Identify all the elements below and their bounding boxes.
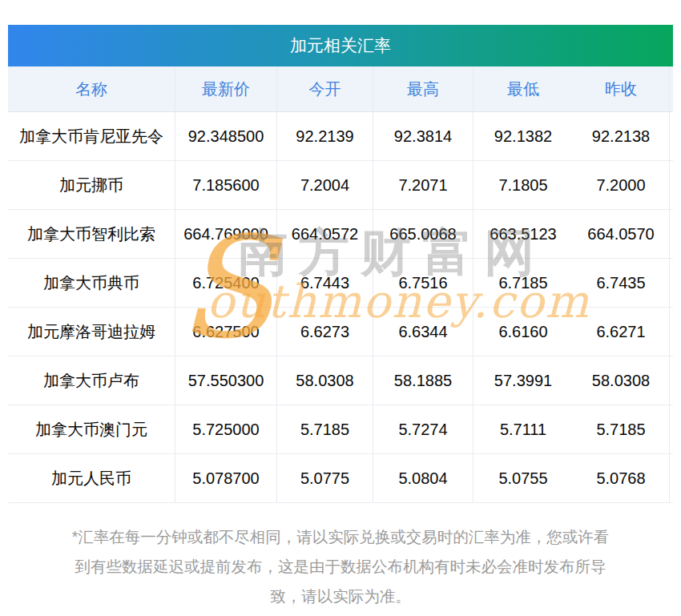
rate-value-cell: 5.7274 xyxy=(373,405,473,453)
table-row: 加拿大币卢布57.55030058.030858.188557.399158.0… xyxy=(8,356,673,405)
disclaimer-line: 致，请以实际为准。 xyxy=(3,582,678,611)
exchange-rate-page: 加元相关汇率 名称最新价今开最高最低昨收 加拿大币肯尼亚先令92.3485009… xyxy=(0,0,681,616)
currency-name-cell: 加元摩洛哥迪拉姆 xyxy=(8,308,175,356)
rate-value-cell: 58.1885 xyxy=(373,356,473,405)
table-body: 加拿大币肯尼亚先令92.34850092.213992.381492.13829… xyxy=(8,112,673,503)
rate-value-cell: 5.725000 xyxy=(175,405,276,453)
column-header-0: 名称 xyxy=(8,66,175,111)
rate-value-cell: 6.7435 xyxy=(573,259,670,307)
rate-value-cell: 57.550300 xyxy=(175,356,276,405)
rate-value-cell: 664.0570 xyxy=(573,210,670,258)
column-header-3: 最高 xyxy=(373,66,473,111)
rate-value-cell: 663.5123 xyxy=(473,210,573,258)
column-header-5: 昨收 xyxy=(573,66,670,111)
table-row: 加拿大币典币6.7254006.74436.75166.71856.7435 xyxy=(8,259,673,308)
rate-value-cell: 6.7516 xyxy=(373,259,473,307)
table-row: 加元挪币7.1856007.20047.20717.18057.2000 xyxy=(8,161,673,210)
rate-value-cell: 7.2004 xyxy=(276,161,373,209)
rate-value-cell: 7.185600 xyxy=(175,161,276,209)
table-row: 加拿大币澳门元5.7250005.71855.72745.71115.7185 xyxy=(8,405,673,454)
currency-name-cell: 加元人民币 xyxy=(8,454,175,502)
rate-value-cell: 6.6271 xyxy=(573,308,670,356)
rate-value-cell: 57.3991 xyxy=(473,356,573,405)
rate-value-cell: 5.7111 xyxy=(473,405,573,453)
disclaimer-text: *汇率在每一分钟或都不尽相同，请以实际兑换或交易时的汇率为准，您或许看到有些数据… xyxy=(0,522,681,611)
rate-value-cell: 92.348500 xyxy=(175,112,276,160)
currency-name-cell: 加元挪币 xyxy=(8,161,175,209)
disclaimer-line: *汇率在每一分钟或都不尽相同，请以实际兑换或交易时的汇率为准，您或许看 xyxy=(3,522,678,552)
table-row: 加拿大币肯尼亚先令92.34850092.213992.381492.13829… xyxy=(8,112,673,161)
rate-value-cell: 665.0068 xyxy=(373,210,473,258)
column-header-4: 最低 xyxy=(473,66,573,111)
rate-value-cell: 58.0308 xyxy=(276,356,373,405)
table-title-bar: 加元相关汇率 xyxy=(8,25,673,66)
column-header-1: 最新价 xyxy=(175,66,276,111)
rate-value-cell: 92.2139 xyxy=(276,112,373,160)
rate-value-cell: 5.078700 xyxy=(175,454,276,502)
disclaimer-line: 到有些数据延迟或提前发布，这是由于数据公布机构有时未必会准时发布所导 xyxy=(3,552,678,582)
rate-value-cell: 6.725400 xyxy=(175,259,276,307)
rate-value-cell: 92.1382 xyxy=(473,112,573,160)
rate-value-cell: 5.0804 xyxy=(373,454,473,502)
rate-value-cell: 58.0308 xyxy=(573,356,670,405)
currency-name-cell: 加拿大币肯尼亚先令 xyxy=(8,112,175,160)
table-row: 加元人民币5.0787005.07755.08045.07555.0768 xyxy=(8,454,673,503)
currency-name-cell: 加拿大币澳门元 xyxy=(8,405,175,453)
table-row: 加元摩洛哥迪拉姆6.6275006.62736.63446.61606.6271 xyxy=(8,308,673,356)
rate-value-cell: 92.2138 xyxy=(573,112,670,160)
column-header-2: 今开 xyxy=(276,66,373,111)
rate-value-cell: 92.3814 xyxy=(373,112,473,160)
rate-value-cell: 6.7185 xyxy=(473,259,573,307)
currency-name-cell: 加拿大币典币 xyxy=(8,259,175,307)
currency-name-cell: 加拿大币卢布 xyxy=(8,356,175,405)
rate-value-cell: 5.0755 xyxy=(473,454,573,502)
rate-value-cell: 7.1805 xyxy=(473,161,573,209)
rate-value-cell: 664.0572 xyxy=(276,210,373,258)
rate-value-cell: 6.7443 xyxy=(276,259,373,307)
currency-name-cell: 加拿大币智利比索 xyxy=(8,210,175,258)
rate-value-cell: 6.6160 xyxy=(473,308,573,356)
exchange-rate-table: 名称最新价今开最高最低昨收 加拿大币肯尼亚先令92.34850092.21399… xyxy=(8,66,673,503)
rate-value-cell: 6.627500 xyxy=(175,308,276,356)
rate-value-cell: 5.7185 xyxy=(573,405,670,453)
table-row: 加拿大币智利比索664.769000664.0572665.0068663.51… xyxy=(8,210,673,259)
rate-value-cell: 7.2071 xyxy=(373,161,473,209)
page-title: 加元相关汇率 xyxy=(290,34,391,57)
rate-value-cell: 6.6273 xyxy=(276,308,373,356)
rate-value-cell: 7.2000 xyxy=(573,161,670,209)
rate-value-cell: 664.769000 xyxy=(175,210,276,258)
rate-value-cell: 5.0775 xyxy=(276,454,373,502)
rate-value-cell: 5.0768 xyxy=(573,454,670,502)
rate-value-cell: 6.6344 xyxy=(373,308,473,356)
table-header-row: 名称最新价今开最高最低昨收 xyxy=(8,66,673,112)
rate-value-cell: 5.7185 xyxy=(276,405,373,453)
